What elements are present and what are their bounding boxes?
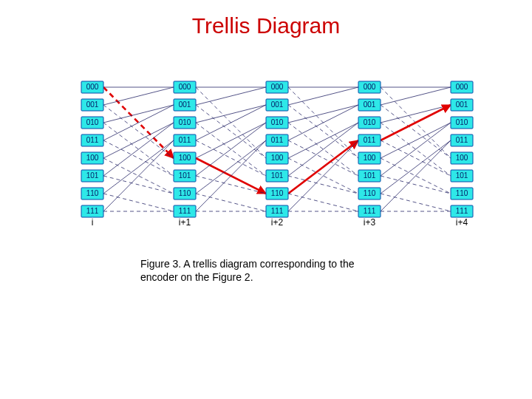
state-label: 001 (271, 100, 284, 109)
state-label: 010 (179, 118, 191, 126)
state-label: 101 (271, 171, 284, 180)
stage-label: i (92, 217, 94, 228)
state-label: 110 (364, 189, 376, 197)
trellis-edge (196, 140, 266, 194)
state-label: 000 (179, 83, 191, 91)
trellis-edge (288, 123, 358, 158)
stage-label: i+3 (364, 217, 376, 228)
diagram-title: Trellis Diagram (0, 13, 532, 38)
state-label: 110 (179, 189, 191, 197)
trellis-diagram: 000001010011100101110111i000001010011100… (66, 74, 480, 244)
state-label: 111 (86, 207, 99, 215)
state-label: 001 (364, 100, 376, 109)
state-label: 010 (364, 118, 376, 126)
trellis-edge (381, 105, 451, 123)
state-label: 001 (86, 100, 99, 109)
state-label: 110 (271, 189, 284, 197)
trellis-edge (196, 194, 266, 211)
trellis-edge (196, 87, 266, 105)
state-label: 110 (86, 189, 99, 197)
trellis-edge (288, 105, 358, 140)
state-label: 100 (271, 154, 284, 162)
trellis-edge (196, 123, 266, 158)
state-label: 000 (86, 83, 99, 91)
trellis-edge (196, 105, 266, 123)
stage-label: i+4 (456, 217, 468, 228)
trellis-edge (196, 140, 266, 176)
state-label: 100 (456, 154, 468, 162)
trellis-edge (288, 87, 358, 105)
state-label: 010 (86, 118, 99, 126)
trellis-edge (196, 140, 266, 211)
state-label: 111 (456, 207, 468, 215)
state-label: 011 (456, 136, 468, 144)
state-label: 101 (179, 171, 191, 180)
state-label: 101 (364, 171, 376, 180)
trellis-edge (196, 176, 266, 194)
stage-label: i+2 (271, 217, 284, 228)
trellis-edge (196, 105, 266, 140)
state-label: 011 (179, 136, 191, 144)
trellis-edge (196, 105, 266, 158)
trellis-edge (381, 105, 451, 158)
trellis-edge (381, 140, 451, 176)
state-label: 011 (364, 136, 376, 144)
state-label: 011 (86, 136, 99, 144)
state-label: 010 (271, 118, 284, 126)
trellis-edge (288, 105, 358, 123)
trellis-edge (288, 105, 358, 158)
trellis-edge (381, 140, 451, 194)
state-label: 000 (456, 83, 468, 91)
trellis-edge (103, 105, 174, 123)
state-label: 111 (271, 207, 284, 215)
state-label: 001 (179, 100, 191, 109)
state-label: 111 (179, 207, 191, 215)
state-label: 111 (364, 207, 376, 215)
stage-label: i+1 (179, 217, 191, 228)
trellis-edge (381, 105, 451, 140)
trellis-edge (103, 105, 174, 140)
state-label: 011 (271, 136, 284, 144)
state-label: 000 (271, 83, 284, 91)
trellis-edge (103, 140, 174, 176)
state-label: 110 (456, 189, 468, 197)
figure-caption: Figure 3. A trellis diagram correspondin… (140, 257, 392, 284)
state-label: 100 (364, 154, 376, 162)
trellis-edge (103, 194, 174, 211)
trellis-edge (381, 176, 451, 194)
state-label: 001 (456, 100, 468, 109)
state-label: 100 (179, 154, 191, 162)
trellis-edge (288, 140, 358, 176)
trellis-edge (103, 176, 174, 194)
trellis-edge (288, 194, 358, 211)
trellis-edge (381, 123, 451, 158)
state-label: 000 (364, 83, 376, 91)
trellis-edge (103, 87, 174, 105)
trellis-edge (288, 140, 358, 194)
trellis-edge (381, 194, 451, 211)
trellis-edge (381, 140, 451, 211)
trellis-edge (103, 105, 174, 158)
trellis-edge (103, 123, 174, 158)
state-label: 010 (456, 118, 468, 126)
trellis-edge (103, 140, 174, 211)
trellis-edge (288, 140, 358, 211)
state-label: 100 (86, 154, 99, 162)
state-label: 101 (86, 171, 99, 180)
trellis-edge (103, 140, 174, 194)
state-label: 101 (456, 171, 468, 180)
trellis-edge (381, 87, 451, 105)
